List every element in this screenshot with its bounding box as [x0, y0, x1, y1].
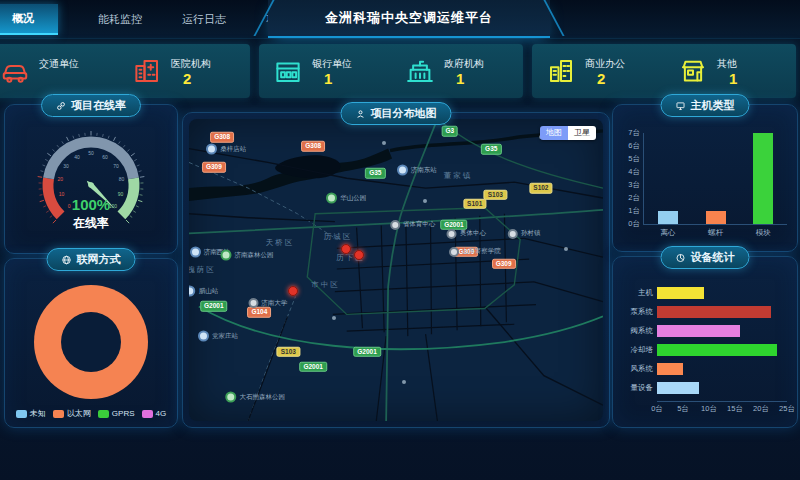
- pie-icon: [676, 253, 686, 263]
- donut-hole: [61, 312, 121, 372]
- panel-host-type: 主机类型 0台1台2台3台4台5台6台7台离心螺杆模块: [612, 104, 798, 252]
- panel-title-online-rate: 项目在线率: [41, 94, 141, 117]
- device-row-track: [657, 306, 787, 318]
- dot-marker: [564, 247, 568, 251]
- station-marker: 济南东站: [397, 165, 437, 176]
- svg-text:60: 60: [102, 154, 108, 160]
- device-row-label: 阀系统: [621, 326, 657, 336]
- legend-label: 以太网: [67, 408, 91, 419]
- svg-text:0: 0: [68, 203, 71, 209]
- device-row-泵系统: 泵系统: [621, 306, 787, 318]
- panel-title-text: 设备统计: [691, 250, 735, 265]
- legend-item-4G[interactable]: 4G: [142, 408, 167, 419]
- x-axis-tick: 15台: [727, 404, 743, 414]
- device-row-风系统: 风系统: [621, 363, 787, 375]
- shield-marker: S101: [463, 198, 486, 209]
- district-marker: 槐荫区: [189, 265, 216, 275]
- legend-item-GPRS[interactable]: GPRS: [98, 408, 135, 419]
- device-row-主机: 主机: [621, 287, 787, 299]
- device-row-bar: [657, 306, 771, 318]
- x-axis-label: 离心: [660, 228, 675, 238]
- device-row-track: [657, 287, 787, 299]
- station-dot: [190, 246, 201, 257]
- poi-dot: [447, 229, 457, 239]
- marker-label: 孙村镇: [521, 229, 541, 238]
- svg-text:40: 40: [74, 154, 80, 160]
- pin-marker[interactable]: [354, 250, 364, 260]
- poi-marker: 济南大学: [248, 298, 287, 308]
- x-axis-tick: 5台: [677, 404, 689, 414]
- legend-swatch: [53, 410, 64, 418]
- pin-marker[interactable]: [341, 244, 351, 254]
- shield-marker: S103: [484, 189, 507, 200]
- stat-value: 1: [729, 71, 737, 86]
- dot-marker: [423, 199, 427, 203]
- dot-marker: [332, 316, 336, 320]
- stat-government: 政府机构 1: [391, 56, 523, 86]
- hospital-icon: [132, 56, 162, 86]
- svg-text:50: 50: [88, 150, 94, 156]
- shield-marker: G309: [492, 259, 516, 270]
- station-marker: 党家庄站: [198, 331, 238, 342]
- legend-label: GPRS: [112, 409, 135, 418]
- panel-project-map: 项目分布地图: [182, 112, 610, 428]
- shield-marker: G308: [210, 132, 234, 143]
- map-canvas[interactable]: G308G309G308G104G309G309G3G35G35G2001G20…: [189, 119, 603, 421]
- legend-swatch: [16, 410, 27, 418]
- stat-value: 1: [456, 71, 484, 86]
- panel-title-text: 项目分布地图: [371, 106, 437, 121]
- legend-item-未知[interactable]: 未知: [16, 408, 46, 419]
- poi-dot: [390, 220, 400, 230]
- svg-text:100%: 100%: [72, 196, 110, 213]
- stat-card-office-other: 商业办公 2 其他 1: [532, 44, 796, 98]
- shield-marker: G308: [301, 141, 325, 152]
- svg-text:90: 90: [118, 191, 124, 197]
- map-layer-button[interactable]: 地图: [540, 126, 568, 140]
- park-dot: [220, 249, 231, 260]
- panel-online-rate: 项目在线率 0102030405060708090100100%在线率: [4, 104, 178, 254]
- marker-label: 济南东站: [411, 166, 437, 175]
- poi-marker: 孙村镇: [508, 229, 541, 239]
- x-axis-tick: 20台: [753, 404, 769, 414]
- device-row-label: 风系统: [621, 364, 657, 374]
- stat-label: 交通单位: [39, 57, 79, 71]
- poi-dot: [248, 298, 258, 308]
- host-type-chart: 0台1台2台3台4台5台6台7台离心螺杆模块: [643, 133, 787, 225]
- district-marker: 历城区: [324, 232, 353, 242]
- panel-title-device-stats: 设备统计: [661, 246, 750, 269]
- network-mode-donut: [34, 285, 148, 399]
- device-row-track: [657, 382, 787, 394]
- pin-marker[interactable]: [288, 286, 298, 296]
- station-marker: 腊山站: [189, 286, 218, 297]
- poi-marker: 奥体中心: [447, 229, 486, 239]
- device-stats-xaxis: 0台5台10台15台20台25台: [657, 401, 787, 414]
- stat-bank: 银行单位 1: [259, 56, 391, 86]
- tab-run-log[interactable]: 运行日志: [182, 12, 226, 27]
- monitor-icon: [676, 101, 686, 111]
- district-marker: 董家镇: [444, 171, 473, 181]
- stat-label: 其他: [717, 57, 737, 71]
- satellite-layer-button[interactable]: 卫星: [568, 126, 596, 140]
- tab-overview[interactable]: 概况: [0, 4, 58, 35]
- y-axis-label: 3台: [628, 180, 640, 190]
- bar-离心: [658, 211, 678, 224]
- stats-row: 交通单位 医院机构 2: [0, 44, 796, 98]
- stat-value: 1: [324, 71, 352, 86]
- legend-swatch: [98, 410, 109, 418]
- stat-office: 商业办公 2: [532, 56, 664, 86]
- park-marker: 济南森林公园: [220, 249, 273, 260]
- poi-dot: [449, 247, 459, 257]
- device-row-label: 泵系统: [621, 307, 657, 317]
- map-pin-icon: [356, 109, 366, 119]
- device-row-bar: [657, 325, 740, 337]
- legend-label: 4G: [156, 409, 167, 418]
- marker-label: 山东警察学院: [462, 247, 501, 256]
- stat-other: 其他 1: [664, 56, 796, 86]
- tab-energy-monitor[interactable]: 能耗监控: [98, 12, 142, 27]
- legend-item-以太网[interactable]: 以太网: [53, 408, 91, 419]
- y-axis-label: 1台: [628, 206, 640, 216]
- panel-title-host-type: 主机类型: [661, 94, 750, 117]
- device-row-track: [657, 344, 787, 356]
- shield-marker: G3: [441, 126, 458, 137]
- stat-value: 2: [183, 71, 211, 86]
